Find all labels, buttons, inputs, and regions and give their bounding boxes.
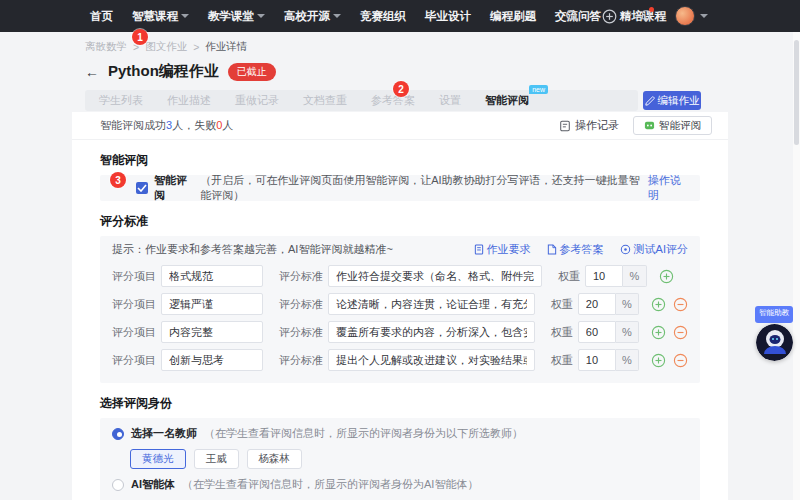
tab-doc-plagiarism[interactable]: 文档查重	[303, 93, 347, 108]
search-icon[interactable]	[564, 8, 580, 24]
target-icon	[620, 244, 631, 255]
ai-review-toggle-row: 智能评阅 （开启后，可在作业评阅页面使用智能评阅，让AI助教协助打分写评语，还支…	[100, 175, 700, 201]
section-title-ai-review: 智能评阅	[100, 152, 728, 169]
nav-open-source[interactable]: 高校开源	[284, 9, 341, 24]
breadcrumb: 离散数学 > 图文作业 > 作业详情	[85, 40, 247, 54]
criteria-standard-input[interactable]	[328, 265, 542, 287]
scrollbar-thumb[interactable]	[794, 40, 799, 145]
criteria-standard-input[interactable]	[328, 321, 535, 343]
teacher-chip[interactable]: 杨森林	[247, 449, 303, 469]
criteria-weight-input[interactable]	[578, 349, 616, 371]
breadcrumb-assignment-list[interactable]: 图文作业	[145, 40, 187, 54]
nav-smart-course[interactable]: 智慧课程	[132, 9, 189, 24]
breadcrumb-separator: >	[193, 41, 199, 53]
annotation-circle-1: 1	[132, 29, 148, 45]
breadcrumb-course[interactable]: 离散数学	[85, 40, 127, 54]
user-menu[interactable]	[675, 6, 708, 26]
nav-coding-practice[interactable]: 编程刷题	[490, 9, 536, 24]
section-title-identity: 选择评阅身份	[100, 395, 728, 412]
ai-robot-icon	[644, 120, 655, 131]
operation-log-button[interactable]: 操作记录	[559, 118, 619, 133]
reference-answer-link[interactable]: 参考答案	[547, 242, 604, 257]
percent-suffix: %	[616, 321, 639, 343]
criteria-weight-input[interactable]	[585, 265, 623, 287]
tab-redo-records[interactable]: 重做记录	[235, 93, 279, 108]
criteria-panel: 提示：作业要求和参考答案越完善，AI智能评阅就越精准~ 作业要求 参考答案 测试…	[100, 236, 700, 383]
tab-assignment-desc[interactable]: 作业描述	[167, 93, 211, 108]
annotation-circle-2: 2	[393, 81, 409, 97]
criteria-item-input[interactable]	[161, 293, 263, 315]
page-title: Python编程作业	[108, 62, 219, 81]
navbar-right	[564, 0, 708, 32]
teacher-chip[interactable]: 王威	[194, 449, 239, 469]
robot-avatar-icon	[756, 324, 793, 361]
criteria-standard-input[interactable]	[328, 349, 535, 371]
chevron-down-icon	[257, 14, 265, 18]
add-row-icon[interactable]	[651, 297, 666, 312]
percent-suffix: %	[616, 293, 639, 315]
ai-review-desc: （开启后，可在作业评阅页面使用智能评阅，让AI助教协助打分写评语，还支持一键批量…	[200, 173, 642, 203]
criteria-row: 评分项目 评分标准 权重 %	[100, 318, 700, 346]
page-icon	[547, 244, 557, 255]
section-title-criteria: 评分标准	[100, 213, 728, 230]
annotation-circle-3: 3	[110, 172, 126, 188]
back-arrow-icon[interactable]: ←	[85, 64, 99, 80]
nav-teaching-class[interactable]: 教学课堂	[208, 9, 265, 24]
ai-identity-option-row: AI智能体 （在学生查看评阅信息时，所显示的评阅者身份为AI智能体）	[100, 469, 700, 492]
criteria-standard-input[interactable]	[328, 293, 535, 315]
ai-assistant-avatar[interactable]	[756, 324, 793, 361]
ai-assistant-widget: 智能助教	[752, 305, 796, 361]
tabbar: 学生列表 作业描述 重做记录 文档查重 参考答案 设置 智能评阅new	[85, 90, 638, 111]
criteria-weight-input[interactable]	[578, 321, 616, 343]
add-row-icon[interactable]	[651, 353, 666, 368]
criteria-item-input[interactable]	[161, 349, 263, 371]
chevron-down-icon	[700, 14, 708, 18]
notification-dot	[649, 7, 654, 12]
title-row: ← Python编程作业 已截止	[85, 62, 276, 81]
document-icon	[474, 244, 484, 255]
remove-row-icon[interactable]	[673, 325, 688, 340]
notification-bell-icon[interactable]	[638, 8, 654, 24]
nav-competition[interactable]: 竞赛组织	[360, 9, 406, 24]
remove-row-icon[interactable]	[673, 297, 688, 312]
operation-guide-link[interactable]: 操作说明	[648, 173, 688, 203]
teacher-chip-selected[interactable]: 黄德光	[130, 449, 186, 469]
user-avatar	[675, 6, 695, 26]
top-navbar: 首页 智慧课程 教学课堂 高校开源 竞赛组织 毕业设计 编程刷题 交流问答 精培…	[0, 0, 800, 32]
teacher-radio[interactable]	[112, 428, 124, 440]
ai-review-checkbox[interactable]	[136, 182, 148, 194]
percent-suffix: %	[616, 349, 639, 371]
nav-home[interactable]: 首页	[90, 9, 113, 24]
teacher-chips: 黄德光 王威 杨森林	[100, 441, 700, 469]
clipboard-icon	[559, 120, 571, 132]
tab-settings[interactable]: 设置	[439, 93, 461, 108]
new-badge: new	[529, 85, 548, 94]
status-badge: 已截止	[228, 63, 276, 81]
criteria-row: 评分项目 评分标准 权重 %	[100, 290, 700, 318]
add-row-icon[interactable]	[659, 269, 674, 284]
criteria-weight-input[interactable]	[578, 293, 616, 315]
criteria-hint-row: 提示：作业要求和参考答案越完善，AI智能评阅就越精准~ 作业要求 参考答案 测试…	[100, 236, 700, 262]
breadcrumb-current: 作业详情	[205, 40, 247, 54]
criteria-item-input[interactable]	[161, 321, 263, 343]
identity-panel: 选择一名教师 （在学生查看评阅信息时，所显示的评阅者身份为以下所选教师） 黄德光…	[100, 418, 700, 500]
add-icon[interactable]	[601, 8, 617, 24]
ai-review-button[interactable]: 智能评阅	[633, 116, 712, 135]
criteria-item-input[interactable]	[161, 265, 263, 287]
tab-student-list[interactable]: 学生列表	[99, 93, 143, 108]
assignment-requirements-link[interactable]: 作业要求	[474, 242, 531, 257]
tab-reference-answer[interactable]: 参考答案	[371, 93, 415, 108]
tab-ai-review[interactable]: 智能评阅new	[485, 93, 529, 108]
chevron-down-icon	[333, 14, 341, 18]
ai-assistant-label[interactable]: 智能助教	[755, 306, 793, 323]
nav-graduation[interactable]: 毕业设计	[425, 9, 471, 24]
criteria-row: 评分项目 评分标准 权重 %	[100, 346, 700, 374]
ai-identity-radio[interactable]	[112, 479, 124, 491]
add-row-icon[interactable]	[651, 325, 666, 340]
remove-row-icon[interactable]	[673, 353, 688, 368]
main-card: 智能评阅成功3人，失败0人 操作记录 智能评阅 智能评阅 智能评阅 （开启后，可…	[72, 112, 728, 500]
edit-assignment-button[interactable]: 编辑作业	[643, 91, 701, 110]
criteria-hint: 提示：作业要求和参考答案越完善，AI智能评阅就越精准~	[112, 242, 474, 257]
edit-pencil-icon	[645, 96, 655, 106]
test-ai-scoring-link[interactable]: 测试AI评分	[620, 242, 688, 257]
